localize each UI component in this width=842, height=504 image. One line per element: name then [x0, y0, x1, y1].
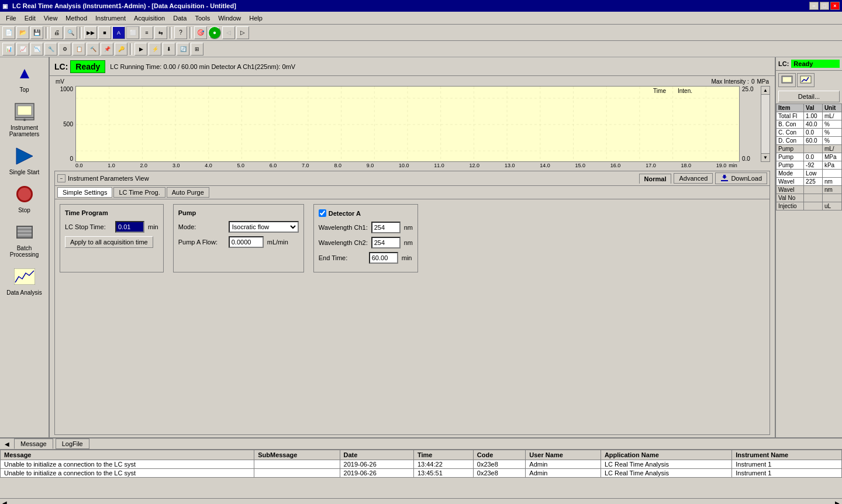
- menu-acquisition[interactable]: Acquisition: [130, 13, 168, 23]
- tb-open[interactable]: 📂: [16, 26, 29, 39]
- tb-help[interactable]: ?: [174, 26, 187, 39]
- wavelength-ch1-unit: nm: [404, 224, 413, 231]
- log-table-area: Message SubMessage Date Time Code User N…: [0, 450, 842, 498]
- tb2-9[interactable]: 🔑: [115, 43, 127, 56]
- menu-file[interactable]: File: [2, 13, 20, 23]
- menu-instrument[interactable]: Instrument: [92, 13, 129, 23]
- rp-table-row: ModeLow: [777, 170, 842, 178]
- rp-cell-unit: mL/: [822, 145, 841, 153]
- tb-acq1[interactable]: A: [112, 26, 125, 39]
- tb2-7[interactable]: 🔨: [87, 43, 99, 56]
- menu-help[interactable]: Help: [246, 13, 266, 23]
- tb2-11[interactable]: ⚡: [149, 43, 161, 56]
- tb-green[interactable]: ●: [208, 26, 221, 39]
- wavelength-ch2-label: Wavelength Ch2:: [319, 239, 368, 246]
- tb-print[interactable]: 🖨: [50, 26, 63, 39]
- menu-tools[interactable]: Tools: [191, 13, 213, 23]
- right-tick-0: 0.0: [742, 156, 761, 162]
- tb2-3[interactable]: 📉: [30, 43, 43, 56]
- right-tick-25: 25.0: [742, 86, 761, 92]
- menu-edit[interactable]: Edit: [21, 13, 39, 23]
- tb-acq3[interactable]: ≡: [140, 26, 153, 39]
- x-axis: 0.0 1.0 2.0 3.0 4.0 5.0 6.0 7.0 8.0 9.0 …: [75, 163, 737, 168]
- tb2-12[interactable]: ⬇: [163, 43, 175, 56]
- tb2-2[interactable]: 📈: [16, 43, 29, 56]
- sub-tab-auto-purge[interactable]: Auto Purge: [167, 187, 209, 198]
- tb-stop[interactable]: ■: [98, 26, 111, 39]
- tb-new[interactable]: 📄: [2, 26, 15, 39]
- wavelength-ch2-input[interactable]: [371, 237, 401, 248]
- detail-button[interactable]: Detail...: [778, 91, 840, 102]
- rp-table-header: Item Val Unit: [777, 104, 842, 112]
- tb2-6[interactable]: 📋: [73, 43, 85, 56]
- end-time-input[interactable]: [369, 252, 398, 264]
- sidebar-item-instrument[interactable]: InstrumentParameters: [2, 98, 46, 140]
- scroll-up-btn[interactable]: ▲: [761, 87, 769, 95]
- tb-start[interactable]: ▶▶: [84, 26, 97, 39]
- params-content: Time Program LC Stop Time: min Apply to …: [55, 199, 769, 277]
- tb2-14[interactable]: ⊞: [191, 43, 203, 56]
- lc-stop-time-input[interactable]: [115, 221, 144, 233]
- rp-cell-val: 40.0: [804, 120, 823, 129]
- tb-acq2[interactable]: ⬜: [126, 26, 139, 39]
- lc-ready-status: Ready: [70, 60, 105, 73]
- rp-table-row: D. Con60.0%: [777, 137, 842, 145]
- tb-acq4[interactable]: ⇆: [154, 26, 167, 39]
- chart-vscroll[interactable]: ▲ ▼: [761, 86, 770, 162]
- menu-window[interactable]: Window: [215, 13, 244, 23]
- tab-message[interactable]: Message: [14, 439, 53, 449]
- scroll-down-btn[interactable]: ▼: [761, 153, 769, 161]
- tb2-1[interactable]: 📊: [2, 43, 15, 56]
- detector-group: Detector A Wavelength Ch1: nm Wavelength…: [313, 204, 418, 272]
- apply-all-button[interactable]: Apply to all acquisition time: [65, 236, 153, 248]
- tab-logfile[interactable]: LogFile: [56, 439, 89, 449]
- log-date: 2019-06-26: [340, 469, 413, 478]
- tb-target[interactable]: 🎯: [194, 26, 207, 39]
- tb-fwd[interactable]: ▷: [236, 26, 249, 39]
- tb2-4[interactable]: 🔧: [44, 43, 57, 56]
- tb-back[interactable]: ◁: [222, 26, 235, 39]
- detector-checkbox[interactable]: [319, 209, 326, 217]
- rp-icon-1[interactable]: [778, 73, 796, 87]
- sidebar-item-data[interactable]: Data Analysis: [2, 263, 46, 298]
- sub-tabs: Simple Settings LC Time Prog. Auto Purge: [55, 186, 769, 199]
- data-icon: [13, 265, 36, 288]
- pump-flow-input[interactable]: [229, 236, 264, 248]
- right-panel: LC: Ready Detail... Ite: [775, 57, 842, 437]
- menu-view[interactable]: View: [40, 13, 61, 23]
- detector-header: Detector A: [319, 209, 413, 217]
- sidebar-item-stop[interactable]: Stop: [2, 180, 46, 216]
- svg-point-3: [23, 119, 26, 121]
- log-date: 2019-06-26: [340, 460, 413, 469]
- separator-1: [46, 27, 48, 39]
- download-button[interactable]: DownLoad: [715, 172, 767, 184]
- max-intensity-label: Max Intensity :: [711, 78, 748, 85]
- sub-tab-lc-time[interactable]: LC Time Prog.: [113, 187, 165, 198]
- tb2-10[interactable]: ▶: [134, 43, 147, 56]
- maximize-button[interactable]: □: [820, 2, 829, 10]
- sidebar-item-batch[interactable]: BatchProcessing: [2, 218, 46, 260]
- tab-normal[interactable]: Normal: [639, 174, 672, 184]
- tb2-5[interactable]: ⚙: [58, 43, 71, 56]
- bottom-collapse-icon[interactable]: ◀: [5, 441, 9, 447]
- pump-mode-select[interactable]: Isocratic flow Gradient flow: [229, 221, 299, 233]
- tb-preview[interactable]: 🔍: [64, 26, 77, 39]
- rp-table-row: Pump0.0MPa: [777, 153, 842, 161]
- x-tick-19: 19.0: [716, 163, 727, 168]
- tb-save[interactable]: 💾: [30, 26, 43, 39]
- scroll-left-btn[interactable]: ◀: [2, 500, 7, 504]
- tb2-13[interactable]: 🔄: [177, 43, 189, 56]
- wavelength-ch1-input[interactable]: [371, 222, 401, 233]
- tab-advanced[interactable]: Advanced: [674, 173, 713, 184]
- menu-method[interactable]: Method: [62, 13, 91, 23]
- close-button[interactable]: ×: [830, 2, 840, 10]
- sidebar-item-single-start[interactable]: Single Start: [2, 142, 46, 178]
- minimize-button[interactable]: −: [809, 2, 819, 10]
- scroll-right-btn[interactable]: ▶: [835, 500, 840, 504]
- rp-icon-2[interactable]: [797, 73, 815, 87]
- sidebar-item-top[interactable]: Top: [2, 60, 46, 95]
- menu-data[interactable]: Data: [170, 13, 190, 23]
- sub-tab-simple[interactable]: Simple Settings: [57, 187, 112, 198]
- ip-collapse-btn[interactable]: −: [57, 174, 65, 182]
- tb2-8[interactable]: 📌: [101, 43, 113, 56]
